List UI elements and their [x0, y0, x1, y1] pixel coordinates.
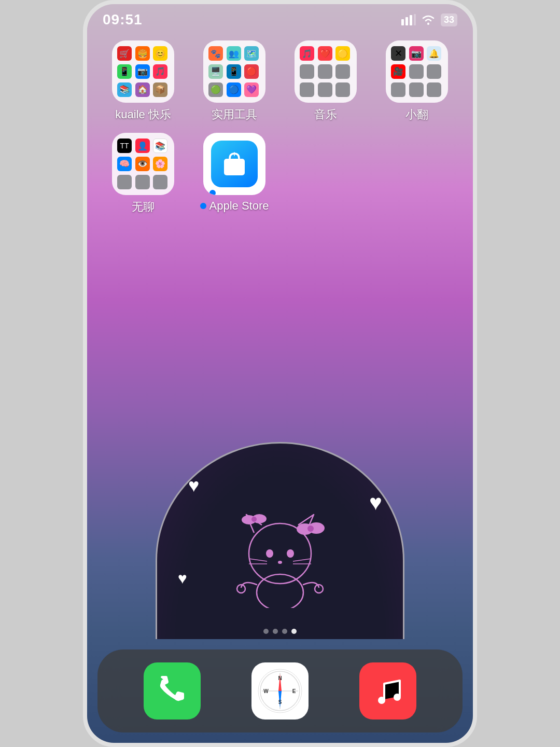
dock-app-safari[interactable]: N S W E	[251, 662, 309, 720]
app-icon-applestore[interactable]	[203, 133, 265, 195]
mini-app: TT	[117, 139, 132, 153]
status-time: 09:51	[103, 11, 143, 28]
app-item-applestore[interactable]: Apple Store	[194, 133, 275, 215]
svg-point-14	[287, 549, 294, 558]
app-icon-kuaile[interactable]: 🛒 🍔 😊 📱 📷 🎵 📚 🏠 📦	[112, 40, 174, 103]
app-label-tools: 实用工具	[212, 107, 257, 122]
page-dots	[263, 629, 297, 634]
mini-app: 🟡	[335, 46, 350, 61]
mini-app: 🟢	[208, 82, 223, 97]
heart-left-bottom: ♥	[178, 570, 187, 587]
app-icon-wuliao[interactable]: TT 👤 📚 🧠 👁️ 🌸	[112, 133, 174, 195]
app-label-applestore: Apple Store	[209, 199, 269, 213]
mini-app: 🔵	[227, 82, 241, 97]
app-icon-music[interactable]: 🎵 ❤️ 🟡	[295, 40, 357, 103]
mini-app	[135, 175, 150, 189]
svg-point-38	[394, 694, 401, 701]
svg-text:N: N	[278, 675, 282, 681]
heart-right: ♥	[369, 490, 382, 515]
phone-frame: 09:51 33 🛒 🍔	[83, 0, 477, 747]
hello-kitty-widget: ♥ ♥ ♥	[150, 442, 410, 639]
svg-text:S: S	[278, 699, 282, 705]
mini-app: 📚	[117, 82, 132, 97]
page-dot-4	[291, 629, 297, 634]
mini-app	[318, 82, 332, 97]
svg-point-4	[427, 23, 429, 25]
svg-text:E: E	[292, 688, 296, 694]
page-dot-2	[273, 629, 278, 634]
app-label-xiaofan: 小翻	[405, 107, 428, 122]
mini-app: ✕	[391, 46, 405, 61]
apple-store-notification-badge	[208, 189, 217, 195]
app-icon-xiaofan[interactable]: ✕ 📷 🔔 🎥	[386, 40, 448, 103]
app-item-xiaofan[interactable]: ✕ 📷 🔔 🎥 小翻	[376, 40, 457, 122]
mini-app: 💜	[244, 82, 259, 97]
app-label-music-folder: 音乐	[314, 107, 337, 122]
phone-icon	[156, 674, 189, 708]
dock: N S W E	[97, 649, 463, 732]
svg-rect-3	[414, 14, 416, 25]
battery-icon: 33	[441, 13, 457, 26]
hello-kitty-figure	[228, 504, 332, 608]
svg-point-15	[278, 561, 282, 564]
app-label-kuaile: kuaile 快乐	[115, 107, 171, 122]
mini-app	[409, 82, 424, 97]
hello-kitty-svg	[228, 504, 332, 608]
heart-left-top: ♥	[188, 475, 199, 496]
mini-app	[318, 64, 332, 79]
svg-point-12	[307, 525, 314, 532]
mini-app: 🎵	[153, 64, 167, 79]
mini-app: 🔴	[244, 64, 259, 79]
app-item-wuliao[interactable]: TT 👤 📚 🧠 👁️ 🌸 无聊	[103, 133, 184, 215]
signal-icon	[401, 14, 416, 25]
mini-app: 😊	[153, 46, 167, 61]
app-item-tools[interactable]: 🐾 👥 🗺️ 🖥️ 📱 🔴 🟢 🔵 💜 实用工具	[194, 40, 275, 122]
mini-app	[409, 64, 424, 79]
mini-app	[117, 175, 132, 189]
mini-app	[427, 82, 441, 97]
apple-store-label-wrap: Apple Store	[200, 199, 269, 213]
mini-app: 🔔	[427, 46, 441, 61]
svg-line-18	[293, 559, 311, 561]
wifi-icon	[421, 14, 436, 25]
mini-app: 🖥️	[208, 64, 223, 79]
app-icon-tools[interactable]: 🐾 👥 🗺️ 🖥️ 📱 🔴 🟢 🔵 💜	[203, 40, 265, 103]
mini-app: 👤	[135, 139, 150, 153]
mini-app: 🧠	[117, 157, 132, 171]
mini-app: 🎥	[391, 64, 405, 79]
hello-kitty-widget-area: ♥ ♥ ♥	[87, 432, 473, 639]
app-label-wuliao: 无聊	[132, 199, 155, 215]
svg-line-16	[249, 559, 267, 561]
svg-point-20	[257, 574, 303, 608]
app-item-kuaile[interactable]: 🛒 🍔 😊 📱 📷 🎵 📚 🏠 📦 kuaile 快乐	[103, 40, 184, 122]
mini-app: 🗺️	[244, 46, 259, 61]
mini-app	[153, 175, 167, 189]
dock-app-phone[interactable]	[144, 662, 201, 720]
svg-rect-1	[405, 17, 408, 25]
mini-app: 🐾	[208, 46, 223, 61]
svg-point-9	[251, 517, 257, 522]
status-bar: 09:51 33	[87, 4, 473, 35]
mini-app	[335, 64, 350, 79]
svg-point-37	[378, 697, 385, 704]
mini-app: 📷	[409, 46, 424, 61]
mini-app	[300, 82, 314, 97]
page-dot-1	[263, 629, 269, 634]
svg-point-13	[266, 549, 273, 558]
mini-app: 📱	[227, 64, 241, 79]
status-icons: 33	[401, 13, 457, 26]
apple-bag-icon	[221, 150, 248, 177]
svg-rect-0	[401, 19, 404, 25]
app-item-music[interactable]: 🎵 ❤️ 🟡 音乐	[285, 40, 366, 122]
mini-app: 🏠	[135, 82, 150, 97]
svg-rect-5	[224, 159, 245, 175]
dock-app-music[interactable]	[359, 662, 416, 720]
mini-app: 🎵	[300, 46, 314, 61]
svg-text:W: W	[263, 688, 269, 694]
dark-arch-background: ♥ ♥ ♥	[156, 442, 404, 639]
mini-app: 🍔	[135, 46, 150, 61]
mini-app: 👥	[227, 46, 241, 61]
mini-app: 🌸	[153, 157, 167, 171]
mini-app: 📷	[135, 64, 150, 79]
mini-app: 📦	[153, 82, 167, 97]
